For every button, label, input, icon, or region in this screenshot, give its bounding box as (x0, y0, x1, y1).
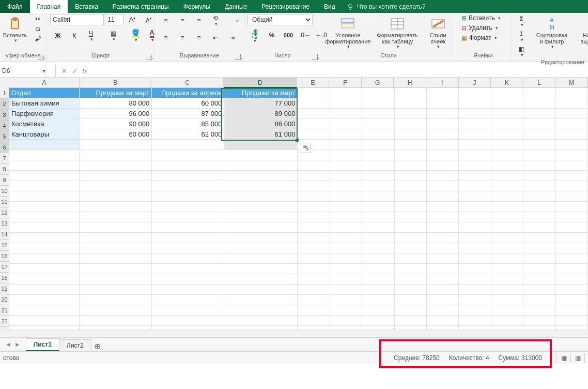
comma-style-button[interactable]: 000 (281, 31, 296, 39)
cell[interactable] (556, 119, 588, 129)
cell[interactable] (80, 295, 152, 305)
cell[interactable]: Продажи за март (80, 88, 152, 98)
row-header-16[interactable]: 16 (0, 251, 9, 262)
cell[interactable] (395, 181, 427, 191)
cell[interactable] (152, 274, 224, 285)
row-header-21[interactable]: 21 (0, 305, 9, 316)
cell[interactable] (491, 295, 523, 305)
italic-button[interactable]: К (67, 32, 82, 40)
tab-data[interactable]: Данные (218, 0, 254, 13)
cell[interactable] (395, 150, 427, 160)
cell[interactable] (427, 181, 459, 191)
cell[interactable]: 60 000 (152, 98, 224, 109)
column-header-L[interactable]: L (523, 78, 556, 88)
cell[interactable] (9, 316, 80, 326)
cell[interactable] (427, 264, 459, 274)
cell[interactable] (330, 98, 362, 109)
decrease-indent-button[interactable]: ⇤ (208, 34, 223, 42)
cell[interactable] (362, 160, 394, 171)
cell[interactable] (330, 212, 362, 222)
cell[interactable] (330, 295, 362, 305)
column-header-I[interactable]: I (426, 78, 459, 88)
cell[interactable] (298, 222, 330, 233)
cell[interactable] (491, 316, 523, 326)
fill-color-button[interactable]: 🪣▾ (128, 28, 143, 44)
cell[interactable] (362, 150, 394, 160)
cell[interactable] (224, 222, 298, 233)
cell[interactable] (427, 98, 459, 109)
cell[interactable] (556, 233, 588, 243)
tab-view[interactable]: Вид (317, 0, 343, 13)
cell[interactable] (224, 160, 298, 171)
cell[interactable] (362, 253, 394, 264)
cell[interactable] (491, 222, 523, 233)
cell[interactable] (523, 119, 555, 129)
cell[interactable] (298, 233, 330, 243)
cell[interactable] (427, 285, 459, 295)
cell[interactable] (459, 233, 491, 243)
cell[interactable] (556, 264, 588, 274)
cell[interactable] (523, 305, 555, 316)
cell[interactable] (9, 295, 80, 305)
cell[interactable] (523, 202, 555, 212)
percent-button[interactable]: % (264, 31, 280, 40)
format-painter-button[interactable]: 🖌 (30, 35, 45, 43)
cell[interactable] (9, 150, 80, 160)
autosum-button[interactable]: Σ▾ (514, 15, 529, 29)
cell[interactable]: 62 000 (152, 129, 224, 140)
cell[interactable] (395, 222, 427, 233)
cell[interactable] (152, 305, 224, 316)
cell[interactable]: 61 000 (224, 129, 298, 140)
cell[interactable] (330, 316, 362, 326)
cell[interactable] (152, 233, 224, 243)
column-header-H[interactable]: H (394, 78, 426, 88)
cell[interactable] (556, 316, 588, 326)
cell[interactable] (152, 285, 224, 295)
row-headers[interactable]: 123456789101112131415161718192021222324 (0, 88, 9, 330)
formula-input[interactable] (93, 65, 588, 77)
orientation-button[interactable]: ⟲▾ (208, 14, 223, 28)
row-header-11[interactable]: 11 (0, 197, 9, 207)
cell[interactable] (298, 181, 330, 191)
cell[interactable] (80, 274, 152, 285)
cell[interactable] (9, 274, 80, 285)
cell[interactable] (395, 129, 427, 140)
cell[interactable] (523, 129, 555, 140)
cell[interactable] (556, 140, 588, 150)
cell[interactable] (523, 243, 555, 253)
cell[interactable] (330, 305, 362, 316)
cell[interactable] (224, 212, 298, 222)
cell[interactable] (224, 316, 298, 326)
cell[interactable] (491, 150, 523, 160)
cell[interactable] (362, 222, 394, 233)
horizontal-scrollbar[interactable] (0, 330, 588, 337)
clear-button[interactable]: ◧▾ (514, 45, 529, 59)
increase-font-button[interactable]: A▴ (125, 15, 140, 25)
cell[interactable] (523, 253, 555, 264)
cell[interactable] (362, 233, 394, 243)
cell[interactable] (298, 109, 330, 119)
cell[interactable] (362, 305, 394, 316)
dialog-launcher-icon[interactable] (146, 54, 151, 60)
format-cells-button[interactable]: ▦Формат▾ (459, 34, 507, 42)
cell[interactable] (427, 295, 459, 305)
cell[interactable] (491, 285, 523, 295)
cell[interactable]: Продажи за апрель (152, 88, 224, 98)
cell[interactable] (395, 98, 427, 109)
tab-page-layout[interactable]: Разметка страницы (105, 0, 176, 13)
cell[interactable] (80, 171, 152, 181)
cell[interactable] (459, 109, 491, 119)
cell[interactable]: 90 000 (80, 119, 152, 129)
cell[interactable] (362, 326, 394, 330)
cell[interactable] (427, 253, 459, 264)
cell[interactable] (491, 233, 523, 243)
cell[interactable] (152, 160, 224, 171)
cell[interactable] (459, 202, 491, 212)
spreadsheet-grid[interactable]: ABCDEFGHIJKLM 12345678910111213141516171… (0, 78, 588, 330)
cell[interactable] (556, 191, 588, 202)
cell[interactable] (459, 160, 491, 171)
cell[interactable] (80, 181, 152, 191)
cell[interactable] (9, 305, 80, 316)
column-header-C[interactable]: C (151, 78, 224, 88)
cell[interactable] (9, 212, 80, 222)
